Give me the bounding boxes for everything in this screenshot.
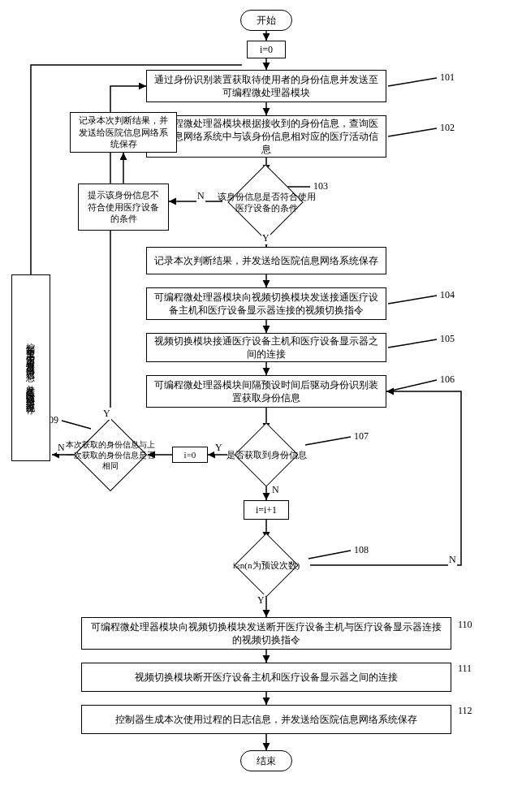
ref-101: 101 <box>440 71 455 84</box>
ref-111: 111 <box>458 663 472 675</box>
ref-104: 104 <box>440 289 455 301</box>
ref-103: 103 <box>313 180 328 192</box>
start-terminator: 开始 <box>240 10 292 31</box>
ref-102: 102 <box>440 122 455 134</box>
d109-no: N <box>57 442 66 454</box>
decision-108 <box>234 533 298 597</box>
ref-107: 107 <box>354 430 369 443</box>
fail-hint-box: 提示该身份信息不符合使用医疗设备的条件 <box>78 184 169 231</box>
end-terminator: 结束 <box>240 750 292 771</box>
decision-103 <box>227 164 303 240</box>
step-104: 可编程微处理器模块向视频切换模块发送接通医疗设备主机和医疗设备显示器连接的视频切… <box>146 287 386 320</box>
controller-log-prev-text: 控制器生成上一使用者检查过程的日志信息，并发送给医院信息网络系统保存 <box>25 336 37 400</box>
svg-line-26 <box>305 437 351 445</box>
step-110: 可编程微处理器模块向视频切换模块发送断开医疗设备主机与医疗设备显示器连接的视频切… <box>81 617 451 650</box>
step-101: 通过身份识别装置获取待使用者的身份信息并发送至可编程微处理器模块 <box>146 70 386 102</box>
flowchart-canvas: 开始 i=0 通过身份识别装置获取待使用者的身份信息并发送至可编程微处理器模块 … <box>6 6 516 806</box>
d103-yes: Y <box>261 232 270 244</box>
d108-no: N <box>448 554 457 566</box>
step-102: 可编程微处理器模块根据接收到的身份信息，查询医院信息网络系统中与该身份信息相对应… <box>146 115 386 158</box>
step-106: 可编程微处理器模块间隔预设时间后驱动身份识别装置获取身份信息 <box>146 375 386 408</box>
svg-line-20 <box>388 78 437 86</box>
d108-yes: Y <box>257 594 265 607</box>
d107-no: N <box>271 484 280 496</box>
controller-log-prev-box: 控制器生成上一使用者检查过程的日志信息，并发送给医院信息网络系统保存 <box>11 274 50 461</box>
svg-line-25 <box>388 380 437 391</box>
decision-107 <box>234 422 298 486</box>
increment-counter-box: i=i+1 <box>244 500 289 520</box>
svg-line-21 <box>388 128 437 136</box>
ref-110: 110 <box>458 619 472 631</box>
ref-112: 112 <box>458 705 472 717</box>
d103-no: N <box>196 190 205 202</box>
step-105: 视频切换模块接通医疗设备主机和医疗设备显示器之间的连接 <box>146 333 386 362</box>
step-112: 控制器生成本次使用过程的日志信息，并发送给医院信息网络系统保存 <box>81 705 451 734</box>
record-result-box: 记录本次判断结果，并发送给医院信息网络系统保存 <box>70 112 177 153</box>
record-main-box: 记录本次判断结果，并发送给医院信息网络系统保存 <box>146 247 386 274</box>
decision-109 <box>74 418 148 492</box>
svg-line-27 <box>308 551 351 559</box>
init-counter-box: i=0 <box>247 41 286 58</box>
ref-105: 105 <box>440 333 455 345</box>
d109-yes: Y <box>102 408 111 420</box>
ref-106: 106 <box>440 374 455 386</box>
step-111: 视频切换模块断开医疗设备主机和医疗设备显示器之间的连接 <box>81 663 451 692</box>
svg-line-24 <box>388 339 437 348</box>
d107-yes: Y <box>214 442 223 454</box>
svg-line-28 <box>62 421 91 429</box>
svg-line-23 <box>388 296 437 304</box>
ref-108: 108 <box>354 544 369 556</box>
reset-counter-box: i=0 <box>172 447 208 463</box>
